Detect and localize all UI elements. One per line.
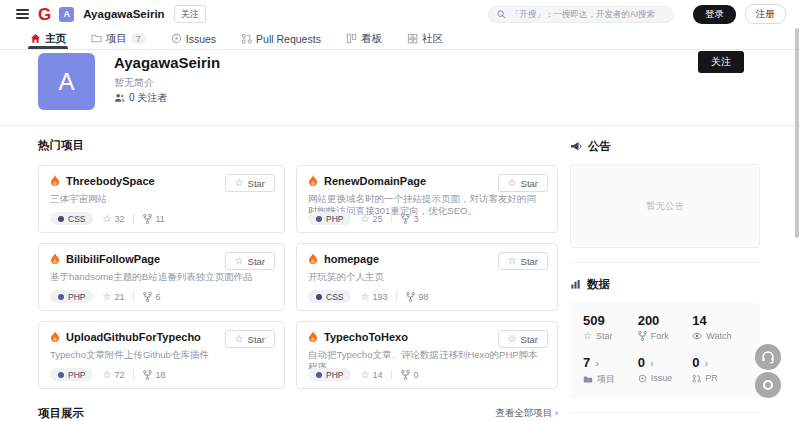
repo-name[interactable]: TypechoToHexo [324,331,408,343]
repo-card-homepage[interactable]: homepage ☆Star 开玩笑的个人主页 CSS ☆193 98 [296,243,558,311]
repo-card-threebodyspace[interactable]: ThreebodySpace ☆Star 三体宇宙网站 CSS ☆32 11 [38,165,285,233]
star-icon: ☆ [508,256,517,266]
language-dot [316,372,322,378]
repo-meta: CSS ☆193 98 [308,290,429,303]
folder-icon [91,33,102,44]
search-input[interactable] [511,9,665,19]
tab-kanban[interactable]: 看板 [346,28,382,49]
star-count: ☆72 [102,370,124,380]
projects-count-badge: 7 [131,33,146,44]
showcase-title: 项目展示 [38,406,84,421]
repo-card-bilibilifollowpage[interactable]: BilibiliFollowPage ☆Star 基于handsome主题的B站… [38,243,285,311]
divider [133,370,134,379]
profile-bio: 暂无简介 [114,76,154,90]
repo-meta: PHP ☆21 6 [50,290,160,303]
ring-icon [762,379,774,391]
star-icon: ☆ [102,292,111,302]
flame-icon [308,331,318,343]
avatar-small[interactable]: A [59,7,74,22]
chart-icon [570,279,581,290]
divider [396,292,397,301]
star-button[interactable]: ☆Star [225,174,275,192]
star-icon: ☆ [583,331,592,341]
repo-meta: PHP ☆14 0 [308,368,418,381]
repo-name[interactable]: UploadGithubForTypecho [66,331,201,343]
login-button[interactable]: 登录 [693,5,736,24]
star-count: ☆193 [360,292,387,302]
language-dot [58,294,64,300]
divider [133,214,134,223]
fork-count: 3 [401,214,418,224]
gitee-logo-icon[interactable]: G [38,6,50,23]
chevron-right-icon: › [650,357,654,369]
tab-issues[interactable]: Issues [171,28,216,49]
star-count: ☆32 [102,214,124,224]
fork-icon [143,292,152,302]
flame-icon [50,331,60,343]
view-all-projects-link[interactable]: 查看全部项目 › [495,407,558,420]
showcase-header: 项目展示 查看全部项目 › [38,406,558,421]
repo-card-uploadgithubfortypecho[interactable]: UploadGithubForTypecho ☆Star Typecho文章附件… [38,321,285,389]
fork-count: 6 [143,292,160,302]
star-button[interactable]: ☆Star [225,252,275,270]
flame-icon [308,253,318,265]
tab-pull-requests[interactable]: Pull Requests [241,28,321,49]
menu-icon[interactable] [16,9,29,19]
tab-projects[interactable]: 项目 7 [91,28,146,49]
language-dot [58,372,64,378]
follow-tag-button[interactable]: 关注 [174,5,206,23]
main-column: 热门项目 ThreebodySpace ☆Star 三体宇宙网站 CSS ☆32… [38,125,558,421]
divider [391,370,392,379]
stat-prs[interactable]: 0› PR [692,355,747,386]
repo-meta: CSS ☆32 11 [50,212,165,225]
sidebar-divider [570,412,760,413]
star-button[interactable]: ☆Star [498,174,548,192]
fork-icon [143,370,152,380]
profile-name: AyagawaSeirin [114,54,220,71]
repo-name[interactable]: RenewDomainPage [324,175,426,187]
followers-count: 0 关注者 [129,91,167,105]
repo-meta: PHP ☆25 3 [308,212,418,225]
star-icon: ☆ [102,370,111,380]
repo-card-renewdomainpage[interactable]: RenewDomainPage ☆Star 网站更换域名时的一个挂站提示页面，对… [296,165,558,233]
star-button[interactable]: ☆Star [225,330,275,348]
star-icon: ☆ [360,214,369,224]
star-count: ☆21 [102,292,124,302]
repo-meta: PHP ☆72 18 [50,368,165,381]
feedback-float-button[interactable] [755,372,781,398]
support-float-button[interactable] [755,344,781,370]
repo-name[interactable]: BilibiliFollowPage [66,253,160,265]
fork-icon [401,214,410,224]
register-button[interactable]: 注册 [745,4,786,24]
stats-box: 509 ☆Star 200 Fork 14 Watch 7› 项目 0› I [570,302,760,398]
headset-icon [761,351,775,364]
star-button[interactable]: ☆Star [498,252,548,270]
repo-card-typechotohexo[interactable]: TypechoToHexo ☆Star 自动把Typecho文章、评论数据迁移到… [296,321,558,389]
follow-button[interactable]: 关注 [698,51,744,73]
search-box[interactable] [488,6,674,23]
kanban-icon [346,33,357,44]
fork-icon [401,370,410,380]
issue-icon [638,374,647,383]
topbar-username[interactable]: AyagawaSeirin [83,8,164,20]
fork-icon [638,331,647,341]
vertical-scrollbar[interactable] [795,28,799,238]
repo-name[interactable]: ThreebodySpace [66,175,155,187]
repo-name[interactable]: homepage [324,253,379,265]
star-icon: ☆ [102,214,111,224]
fork-count: 18 [143,370,165,380]
stat-projects[interactable]: 7› 项目 [583,355,638,386]
followers-row[interactable]: 0 关注者 [114,91,167,105]
sidebar-divider [570,262,760,263]
tab-home[interactable]: 主页 [30,28,66,49]
issue-icon [171,33,182,44]
star-button[interactable]: ☆Star [498,330,548,348]
language-dot [316,294,322,300]
tab-community[interactable]: 社区 [407,28,443,49]
avatar-large[interactable]: A [38,53,95,110]
star-icon: ☆ [235,334,244,344]
pull-request-icon [692,374,701,383]
stat-issues[interactable]: 0› Issue [638,355,693,386]
profile-tabbar: 主页 项目 7 Issues Pull Requests 看板 社区 [0,28,800,50]
folder-icon [583,375,593,384]
